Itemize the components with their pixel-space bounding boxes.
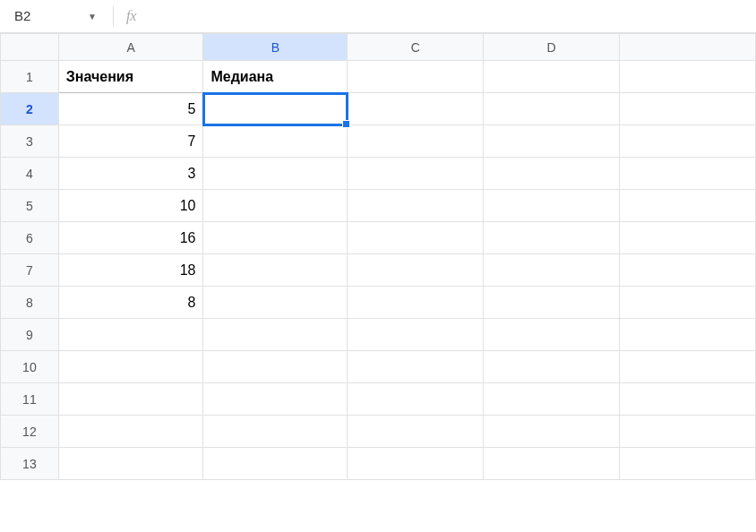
cell-D4[interactable] <box>484 158 620 190</box>
name-box[interactable] <box>7 4 88 29</box>
cell-C3[interactable] <box>348 125 484 158</box>
cell-B12[interactable] <box>203 416 348 448</box>
cell-B3[interactable] <box>203 125 348 158</box>
cell-E4[interactable] <box>620 158 756 190</box>
cell-B13[interactable] <box>203 448 348 480</box>
cell-C1[interactable] <box>348 61 484 93</box>
cell-C9[interactable] <box>348 319 484 351</box>
cell-B5[interactable] <box>203 190 348 222</box>
cell-A7[interactable]: 18 <box>58 254 203 287</box>
cell-C11[interactable] <box>348 383 484 416</box>
cell-D13[interactable] <box>484 448 620 480</box>
column-header-A[interactable]: A <box>58 34 203 61</box>
cell-C4[interactable] <box>348 158 484 190</box>
cell-B2[interactable] <box>203 93 348 125</box>
cell-D11[interactable] <box>484 383 620 416</box>
row-header-2[interactable]: 2 <box>1 93 59 125</box>
cell-E13[interactable] <box>620 448 756 480</box>
cell-D2[interactable] <box>484 93 620 125</box>
cell-B9[interactable] <box>203 319 348 351</box>
cell-D12[interactable] <box>484 416 620 448</box>
cell-C12[interactable] <box>348 416 484 448</box>
cell-B11[interactable] <box>203 383 348 416</box>
cell-E3[interactable] <box>620 125 756 158</box>
select-all-corner[interactable] <box>1 34 59 61</box>
cell-C13[interactable] <box>348 448 484 480</box>
cell-C6[interactable] <box>348 222 484 254</box>
cell-A6[interactable]: 16 <box>58 222 203 254</box>
cell-D8[interactable] <box>484 287 620 319</box>
cell-A9[interactable] <box>58 319 203 351</box>
cell-A1[interactable]: Значения <box>58 61 203 93</box>
cell-E9[interactable] <box>620 319 756 351</box>
cell-B6[interactable] <box>203 222 348 254</box>
cell-A3[interactable]: 7 <box>58 125 203 158</box>
column-header-C[interactable]: C <box>348 34 484 61</box>
row-header-12[interactable]: 12 <box>1 416 59 448</box>
divider <box>113 6 114 26</box>
cell-D7[interactable] <box>484 254 620 287</box>
cell-E8[interactable] <box>620 287 756 319</box>
cell-D5[interactable] <box>484 190 620 222</box>
cell-B7[interactable] <box>203 254 348 287</box>
cell-B4[interactable] <box>203 158 348 190</box>
cell-D6[interactable] <box>484 222 620 254</box>
cell-A11[interactable] <box>58 383 203 416</box>
cell-C5[interactable] <box>348 190 484 222</box>
cell-B1[interactable]: Медиана <box>203 61 348 93</box>
row-header-9[interactable]: 9 <box>1 319 59 351</box>
row-header-6[interactable]: 6 <box>1 222 59 254</box>
cell-D3[interactable] <box>484 125 620 158</box>
cell-E2[interactable] <box>620 93 756 125</box>
cell-C10[interactable] <box>348 351 484 383</box>
row-header-5[interactable]: 5 <box>1 190 59 222</box>
cell-E7[interactable] <box>620 254 756 287</box>
cell-A5[interactable]: 10 <box>58 190 203 222</box>
formula-input[interactable] <box>143 4 749 29</box>
row-header-3[interactable]: 3 <box>1 125 59 158</box>
cell-D10[interactable] <box>484 351 620 383</box>
row-header-7[interactable]: 7 <box>1 254 59 287</box>
cell-A8[interactable]: 8 <box>58 287 203 319</box>
formula-bar-row: ▼ fx <box>0 0 756 32</box>
cell-E12[interactable] <box>620 416 756 448</box>
cell-C2[interactable] <box>348 93 484 125</box>
cell-D9[interactable] <box>484 319 620 351</box>
cell-C7[interactable] <box>348 254 484 287</box>
row-header-10[interactable]: 10 <box>1 351 59 383</box>
cell-A12[interactable] <box>58 416 203 448</box>
column-header-D[interactable]: D <box>484 34 620 61</box>
cell-E6[interactable] <box>620 222 756 254</box>
row-header-11[interactable]: 11 <box>1 383 59 416</box>
cell-E5[interactable] <box>620 190 756 222</box>
cell-A2[interactable]: 5 <box>58 93 203 125</box>
cell-E11[interactable] <box>620 383 756 416</box>
row-header-1[interactable]: 1 <box>1 61 59 93</box>
cell-A13[interactable] <box>58 448 203 480</box>
name-box-dropdown-icon[interactable]: ▼ <box>88 10 97 21</box>
cell-C8[interactable] <box>348 287 484 319</box>
cell-A4[interactable]: 3 <box>58 158 203 190</box>
row-header-4[interactable]: 4 <box>1 158 59 190</box>
cell-B8[interactable] <box>203 287 348 319</box>
row-header-8[interactable]: 8 <box>1 287 59 319</box>
row-header-13[interactable]: 13 <box>1 448 59 480</box>
cell-E1[interactable] <box>620 61 756 93</box>
cell-B10[interactable] <box>203 351 348 383</box>
column-header-B[interactable]: B <box>203 34 348 61</box>
cell-D1[interactable] <box>484 61 620 93</box>
column-header-extra[interactable] <box>620 34 756 61</box>
cell-A10[interactable] <box>58 351 203 383</box>
cell-E10[interactable] <box>620 351 756 383</box>
fx-icon: fx <box>126 8 137 24</box>
spreadsheet-grid[interactable]: ABCD1ЗначенияМедиана25374351061671888910… <box>0 32 756 480</box>
